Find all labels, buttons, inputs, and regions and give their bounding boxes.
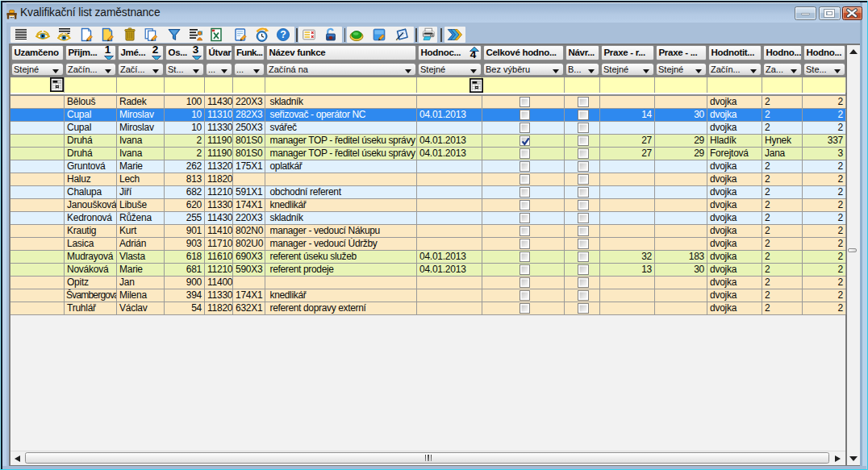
svg-text:?: ? [281,30,287,41]
